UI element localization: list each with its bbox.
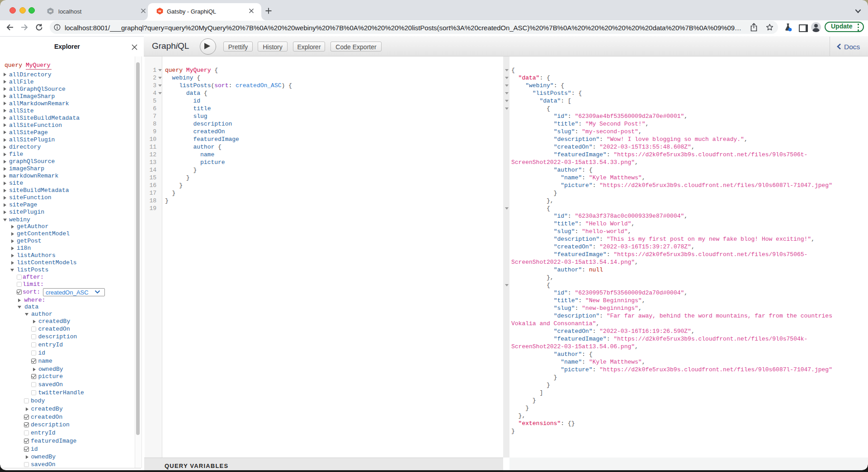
svg-text:w: w: [48, 9, 52, 13]
svg-text:w: w: [158, 9, 161, 13]
